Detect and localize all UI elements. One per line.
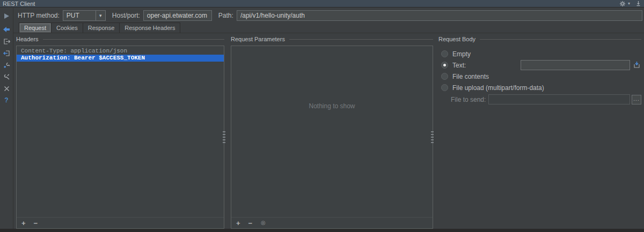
request-tab-content: Headers Content-Type: application/json A… [13, 33, 644, 229]
body-title-rule [480, 39, 641, 40]
body-text-input[interactable] [521, 60, 630, 70]
radio-row-file-upload: File upload (multipart/form-data) [438, 82, 641, 93]
radio-row-file-contents: File contents [438, 71, 641, 82]
file-upload-radio[interactable] [441, 84, 448, 91]
host-port-label: Host/port: [112, 12, 140, 19]
text-radio-label: Text: [452, 62, 466, 69]
browse-file-button[interactable]: ... [632, 95, 641, 104]
headers-panel-title: Headers [16, 36, 39, 42]
empty-list-text: Nothing to show [231, 102, 433, 110]
clear-parameters-button[interactable]: ⊗ [260, 220, 266, 226]
host-port-input[interactable] [143, 10, 212, 21]
request-parameters-panel: Request Parameters Nothing to show + − ⊗ [231, 33, 433, 229]
empty-radio[interactable] [441, 50, 448, 57]
headers-list: Content-Type: application/json Authoriza… [16, 46, 224, 229]
headers-list-toolbar: + − [17, 217, 224, 228]
tab-request[interactable]: Request [19, 23, 52, 33]
path-input[interactable] [237, 10, 642, 21]
request-body-title: Request Body [438, 36, 475, 42]
parameters-list: Nothing to show + − ⊗ [231, 46, 433, 229]
headers-title-rule [43, 39, 224, 40]
parameters-list-area[interactable]: Nothing to show [231, 46, 433, 217]
tool-window-titlebar: REST Client ▾ [0, 0, 644, 8]
headers-panel: Headers Content-Type: application/json A… [16, 33, 224, 229]
rest-client-tool-window: REST Client ▾ [0, 0, 644, 232]
tools-icon[interactable] [2, 72, 11, 81]
chevron-down-icon[interactable]: ▾ [96, 11, 105, 20]
export-icon[interactable] [2, 37, 11, 46]
left-toolbar: ? [0, 8, 13, 229]
tool-window-title: REST Client [3, 1, 35, 7]
back-arrow-icon[interactable] [2, 25, 11, 34]
gear-icon[interactable] [619, 1, 626, 7]
file-to-send-input[interactable] [488, 94, 630, 104]
http-method-select[interactable]: PUT ▾ [63, 10, 106, 21]
header-row-content-type[interactable]: Content-Type: application/json [17, 48, 224, 55]
splitter-grip[interactable] [223, 131, 225, 143]
request-toolbar: HTTP method: PUT ▾ Host/port: Path: [13, 8, 644, 23]
radio-row-empty: Empty [438, 48, 641, 59]
remove-parameter-button[interactable]: − [248, 220, 253, 227]
tab-bar: Request Cookies Response Response Header… [13, 23, 644, 33]
file-to-send-row: File to send: ... [438, 94, 641, 105]
file-upload-radio-label: File upload (multipart/form-data) [452, 84, 544, 92]
import-icon[interactable] [2, 49, 11, 57]
tab-response-headers[interactable]: Response Headers [119, 23, 180, 33]
gear-dropdown-arrow-icon[interactable]: ▾ [628, 2, 630, 6]
path-label: Path: [218, 12, 233, 19]
settings-filter-icon[interactable] [2, 61, 11, 69]
bottom-edge [0, 229, 644, 232]
remove-header-button[interactable]: − [34, 220, 38, 227]
add-parameter-button[interactable]: + [236, 220, 240, 227]
parameters-title-rule [289, 39, 433, 40]
headers-list-area[interactable]: Content-Type: application/json Authoriza… [17, 46, 224, 217]
add-header-button[interactable]: + [21, 220, 26, 227]
splitter-grip[interactable] [431, 131, 434, 143]
radio-row-text: Text: [438, 59, 641, 71]
empty-radio-label: Empty [452, 50, 471, 58]
tab-response[interactable]: Response [83, 23, 120, 33]
paste-text-icon[interactable] [632, 61, 641, 70]
help-icon[interactable]: ? [2, 96, 11, 104]
run-icon[interactable] [2, 12, 11, 20]
text-radio[interactable] [441, 62, 448, 69]
request-parameters-title: Request Parameters [231, 36, 285, 42]
request-body-panel: Request Body Empty Text: [438, 33, 641, 229]
file-contents-radio[interactable] [441, 73, 448, 80]
http-method-value: PUT [63, 11, 96, 20]
http-method-label: HTTP method: [18, 12, 60, 19]
close-icon[interactable] [2, 84, 11, 93]
tab-cookies[interactable]: Cookies [51, 23, 83, 33]
file-contents-radio-label: File contents [452, 73, 489, 80]
file-to-send-label: File to send: [451, 96, 486, 103]
hide-tool-window-icon[interactable] [635, 1, 641, 6]
parameters-list-toolbar: + − ⊗ [231, 217, 433, 228]
header-row-authorization[interactable]: Authorization: Bearer $ACCESS_TOKEN [17, 55, 224, 62]
